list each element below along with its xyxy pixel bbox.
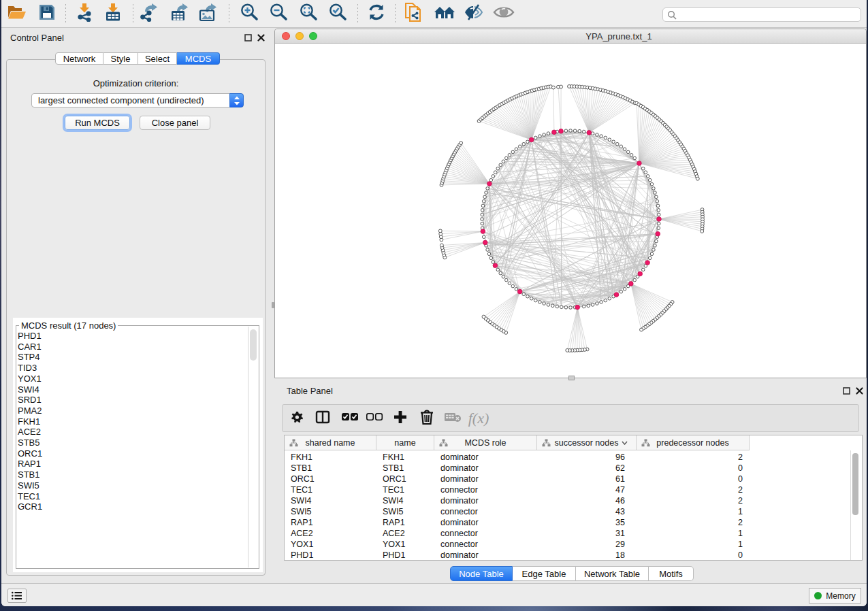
criterion-select[interactable]: largest connected component (undirected) [31,93,244,108]
refresh-icon[interactable] [367,3,386,24]
run-mcds-button[interactable]: Run MCDS [65,116,130,130]
mcds-node-item[interactable]: YOX1 [18,374,42,384]
deselect-all-icon[interactable] [366,412,383,425]
clone-network-icon[interactable] [404,2,423,25]
table-row[interactable]: SWI4SWI4dominator462 [285,495,862,506]
table-cell: FKH1 [291,452,312,462]
table-row[interactable]: TEC1TEC1connector472 [285,484,862,495]
import-network-icon[interactable] [76,3,93,24]
close-panel-icon[interactable] [257,34,265,42]
close-panel-button[interactable]: Close panel [140,116,210,130]
float-panel-icon[interactable] [244,34,252,42]
hide-graphics-details-icon[interactable] [464,3,484,24]
column-header-successor-nodes[interactable]: successor nodes [537,435,637,450]
table-cell: 2 [637,518,743,527]
mcds-node-item[interactable]: ORC1 [18,448,42,459]
tab-network-table[interactable]: Network Table [576,566,649,581]
import-table-icon[interactable] [104,3,122,24]
search-input[interactable] [662,7,861,22]
column-header-MCDS-role[interactable]: MCDS role [434,435,537,450]
mcds-node-item[interactable]: STB1 [18,469,42,480]
mcds-node-item[interactable]: PHD1 [18,331,42,342]
table-row[interactable]: ACE2ACE2connector311 [285,528,862,539]
table-row[interactable]: SWI5SWI5connector431 [285,506,862,517]
network-window-title: YPA_prune.txt_1 [275,31,867,42]
table-row[interactable]: ORC1ORC1dominator610 [285,474,862,484]
mcds-node-item[interactable]: CAR1 [18,342,42,352]
list-scrollbar-thumb[interactable] [250,329,257,361]
table-cell: 31 [537,529,625,538]
control-panel: Control Panel NetworkStyleSelectMCDS Opt… [1,28,272,583]
tab-select[interactable]: Select [138,52,177,65]
mcds-node-item[interactable]: FKH1 [18,416,42,427]
close-panel-icon[interactable] [856,387,863,395]
delete-table-icon[interactable] [444,411,462,426]
mcds-node-item[interactable]: STB5 [18,437,42,448]
tab-network[interactable]: Network [55,52,103,65]
home-gallery-icon[interactable] [434,4,455,23]
show-graphics-details-icon[interactable] [493,5,515,22]
table-row[interactable]: FKH1FKH1dominator962 [285,452,862,463]
table-cell: TEC1 [383,485,404,495]
column-header-shared-name[interactable]: shared name [285,435,376,450]
select-all-icon[interactable] [341,412,359,425]
tab-node-table[interactable]: Node Table [450,566,513,581]
tab-edge-table[interactable]: Edge Table [513,566,576,581]
table-row[interactable]: RAP1RAP1dominator352 [285,517,862,528]
delete-column-icon[interactable] [419,409,434,428]
tab-style[interactable]: Style [103,52,138,65]
main-area: Control Panel NetworkStyleSelectMCDS Opt… [1,28,867,583]
table-cell: dominator [440,496,479,506]
network-canvas[interactable] [275,44,866,378]
mcds-node-item[interactable]: ACE2 [18,427,42,437]
table-cell: 35 [537,518,625,527]
export-image-icon[interactable] [199,3,218,24]
mcds-node-item[interactable]: SWI4 [18,384,42,395]
tab-mcds[interactable]: MCDS [177,52,220,65]
open-file-icon[interactable] [7,3,27,24]
table-cell: 62 [537,463,625,473]
table-cell: dominator [440,474,479,484]
table-cell: PHD1 [383,550,405,560]
mcds-node-item[interactable]: SRD1 [18,395,42,406]
function-builder-icon[interactable]: f(x) [468,410,489,427]
mcds-node-item[interactable]: GCR1 [18,501,42,512]
export-network-icon[interactable] [140,3,159,24]
export-table-icon[interactable] [170,3,189,24]
table-scrollbar-thumb[interactable] [852,453,858,515]
table-cell: 1 [637,529,743,538]
tab-motifs[interactable]: Motifs [649,566,694,581]
table-cell: 2 [637,496,743,506]
save-session-icon[interactable] [38,3,56,24]
mcds-node-item[interactable]: TID3 [18,363,42,374]
zoom-selected-icon[interactable] [328,3,347,24]
table-cell: ORC1 [291,474,315,484]
table-row[interactable]: YOX1YOX1connector291 [285,539,862,550]
column-settings-icon[interactable] [289,410,304,427]
zoom-in-icon[interactable] [240,3,259,24]
column-header-predecessor-nodes[interactable]: predecessor nodes [637,435,750,450]
task-history-button[interactable] [7,589,27,603]
mcds-node-item[interactable]: PMA2 [18,406,42,416]
table-cell: SWI5 [383,507,404,516]
network-window-titlebar[interactable]: YPA_prune.txt_1 [275,29,866,44]
table-cell: RAP1 [383,518,405,527]
mcds-node-item[interactable]: SWI5 [18,480,42,491]
add-column-icon[interactable] [393,410,408,427]
split-panel-icon[interactable] [315,410,330,427]
zoom-out-icon[interactable] [269,3,288,24]
zoom-fit-icon[interactable] [299,3,318,24]
mcds-result-list[interactable]: PHD1CAR1STP4TID3YOX1SWI4SRD1PMA2FKH1ACE2… [18,331,42,512]
table-scrollbar-track [850,450,851,560]
table-row[interactable]: STB1STB1dominator620 [285,463,862,474]
table-tabs: Node TableEdge TableNetwork TableMotifs [450,566,694,581]
mcds-node-item[interactable]: TEC1 [18,491,42,502]
memory-button[interactable]: Memory [809,588,861,604]
mcds-node-item[interactable]: RAP1 [18,459,42,469]
float-panel-icon[interactable] [843,387,850,395]
horizontal-splitter-handle[interactable] [568,376,575,380]
mcds-node-item[interactable]: STP4 [18,352,42,363]
table-panel: Table Panel [274,383,867,583]
column-header-name[interactable]: name [376,435,434,450]
table-row[interactable]: PHD1PHD1dominator180 [285,550,862,560]
